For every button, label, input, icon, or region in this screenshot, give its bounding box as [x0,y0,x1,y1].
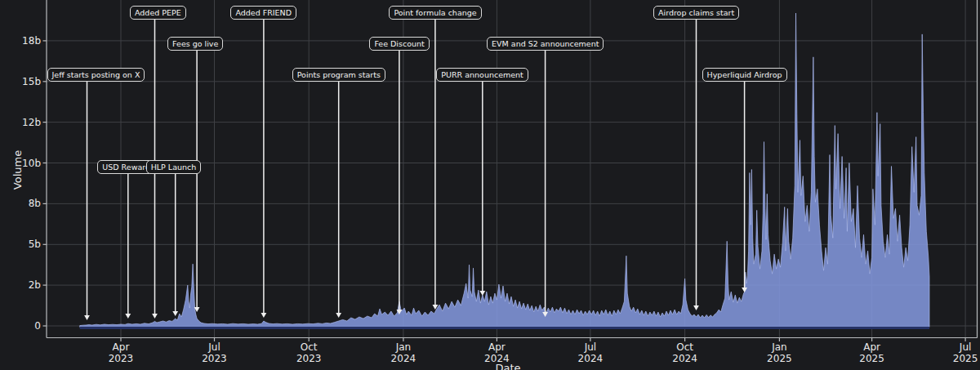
volume-area-series [80,13,929,328]
annotation-fees-go-live: Fees go live [167,37,223,51]
x-tick-label-jul-2025: Jul 2025 [933,341,980,364]
annotation-hlp-launch: HLP Launch [146,160,202,174]
annotation-arrow-point-formula-change [433,19,439,310]
annotation-point-formula-change: Point formula change [389,6,481,20]
annotation-points-program-starts: Points program starts [292,68,385,82]
annotation-jeff-starts-posting-on-x: Jeff starts posting on X [47,68,145,82]
plot-canvas [0,0,980,370]
annotation-purr-announcement: PURR announcement [436,68,528,82]
x-tick-label-apr-2025: Apr 2025 [840,341,905,364]
volume-chart-figure: Volume Date Apr 2023Jul 2023Oct 2023Jan … [0,0,980,370]
x-tick-label-apr-2023: Apr 2023 [88,341,154,364]
x-tick-label-jan-2024: Jan 2024 [371,341,436,364]
annotation-arrow-hyperliquid-airdrop [742,81,747,292]
y-tick-label-8b: 8b [0,197,41,210]
x-tick-label-oct-2023: Oct 2023 [276,341,341,364]
annotation-airdrop-claims-start: Airdrop claims start [653,6,739,20]
annotation-arrow-evm-and-s2-announcement [542,50,548,317]
annotation-arrow-fees-go-live [194,50,200,312]
x-tick-label-jan-2025: Jan 2025 [746,341,812,364]
annotation-arrow-usd-reward [125,173,131,319]
annotation-arrow-purr-announcement [479,81,485,296]
x-tick-label-jul-2024: Jul 2024 [558,341,623,364]
x-tick-label-oct-2024: Oct 2024 [653,341,718,364]
y-tick-label-18b: 18b [0,34,41,47]
annotation-added-friend: Added FRIEND [230,6,296,20]
annotation-evm-and-s2-announcement: EVM and S2 announcement [487,37,604,51]
annotation-arrow-airdrop-claims-start [693,19,699,310]
y-tick-label-15b: 15b [0,75,41,88]
annotation-arrow-added-friend [261,19,267,318]
y-tick-label-5b: 5b [0,238,41,251]
y-tick-label-2b: 2b [0,279,41,292]
annotation-fee-discount: Fee Discount [369,37,429,51]
y-tick-label-10b: 10b [0,157,41,170]
annotation-arrow-fee-discount [397,50,403,314]
y-tick-label-0: 0 [0,319,41,332]
x-tick-label-apr-2024: Apr 2024 [464,341,529,364]
annotation-arrow-points-program-starts [336,81,341,318]
y-axis-title: Volume [11,145,23,194]
x-tick-label-jul-2023: Jul 2023 [182,341,247,364]
annotation-hyperliquid-airdrop: Hyperliquid Airdrop [702,68,787,82]
annotation-added-pepe: Added PEPE [130,6,186,20]
y-tick-label-12b: 12b [0,116,41,129]
annotation-arrow-jeff-starts-posting-on-x [84,81,90,320]
